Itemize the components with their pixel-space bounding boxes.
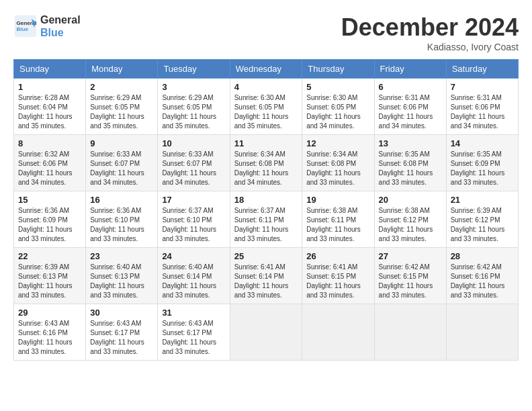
- day-number: 18: [234, 195, 298, 205]
- calendar-cell: 7Sunrise: 6:31 AM Sunset: 6:06 PM Daylig…: [446, 79, 518, 135]
- day-number: 30: [90, 308, 153, 318]
- day-number: 10: [162, 138, 225, 148]
- day-info: Sunrise: 6:35 AM Sunset: 6:09 PM Dayligh…: [451, 150, 514, 187]
- day-info: Sunrise: 6:42 AM Sunset: 6:15 PM Dayligh…: [379, 263, 442, 300]
- calendar-cell: 9Sunrise: 6:33 AM Sunset: 6:07 PM Daylig…: [86, 135, 158, 191]
- day-number: 20: [379, 195, 442, 205]
- title-block: December 2024 Kadiasso, Ivory Coast: [341, 13, 519, 52]
- day-number: 29: [18, 308, 81, 318]
- day-number: 25: [234, 251, 298, 261]
- day-number: 2: [90, 82, 153, 92]
- day-info: Sunrise: 6:31 AM Sunset: 6:06 PM Dayligh…: [379, 93, 442, 131]
- calendar-cell: 16Sunrise: 6:36 AM Sunset: 6:10 PM Dayli…: [86, 191, 158, 248]
- calendar-cell: 31Sunrise: 6:43 AM Sunset: 6:17 PM Dayli…: [158, 304, 230, 361]
- logo: General Blue General Blue: [13, 13, 81, 39]
- calendar-cell: 30Sunrise: 6:43 AM Sunset: 6:17 PM Dayli…: [86, 304, 158, 361]
- day-info: Sunrise: 6:43 AM Sunset: 6:17 PM Dayligh…: [90, 319, 153, 357]
- calendar-cell: [446, 304, 518, 361]
- day-info: Sunrise: 6:37 AM Sunset: 6:11 PM Dayligh…: [234, 206, 298, 244]
- day-info: Sunrise: 6:33 AM Sunset: 6:07 PM Dayligh…: [90, 150, 153, 187]
- day-header-monday: Monday: [86, 60, 158, 79]
- calendar-cell: [302, 304, 374, 361]
- calendar-cell: [374, 304, 446, 361]
- day-number: 22: [18, 251, 81, 261]
- svg-text:Blue: Blue: [17, 26, 29, 32]
- day-info: Sunrise: 6:31 AM Sunset: 6:06 PM Dayligh…: [451, 93, 514, 131]
- calendar-header-row: SundayMondayTuesdayWednesdayThursdayFrid…: [14, 60, 519, 79]
- day-info: Sunrise: 6:29 AM Sunset: 6:05 PM Dayligh…: [162, 93, 225, 131]
- calendar-cell: 27Sunrise: 6:42 AM Sunset: 6:15 PM Dayli…: [374, 248, 446, 304]
- calendar-cell: 29Sunrise: 6:43 AM Sunset: 6:16 PM Dayli…: [14, 304, 86, 361]
- general-blue-icon: General Blue: [13, 14, 38, 38]
- month-year-title: December 2024: [341, 13, 519, 42]
- day-header-wednesday: Wednesday: [230, 60, 302, 79]
- day-info: Sunrise: 6:35 AM Sunset: 6:08 PM Dayligh…: [379, 150, 442, 187]
- calendar-cell: 13Sunrise: 6:35 AM Sunset: 6:08 PM Dayli…: [374, 135, 446, 191]
- day-number: 23: [90, 251, 153, 261]
- day-info: Sunrise: 6:42 AM Sunset: 6:16 PM Dayligh…: [451, 263, 514, 300]
- calendar-cell: 14Sunrise: 6:35 AM Sunset: 6:09 PM Dayli…: [446, 135, 518, 191]
- calendar-cell: 21Sunrise: 6:39 AM Sunset: 6:12 PM Dayli…: [446, 191, 518, 248]
- day-header-friday: Friday: [374, 60, 446, 79]
- day-info: Sunrise: 6:39 AM Sunset: 6:13 PM Dayligh…: [18, 263, 81, 300]
- calendar-cell: 1Sunrise: 6:28 AM Sunset: 6:04 PM Daylig…: [14, 79, 86, 135]
- day-number: 7: [451, 82, 514, 92]
- calendar-cell: 11Sunrise: 6:34 AM Sunset: 6:08 PM Dayli…: [230, 135, 302, 191]
- day-number: 5: [306, 82, 369, 92]
- calendar-cell: 5Sunrise: 6:30 AM Sunset: 6:05 PM Daylig…: [302, 79, 374, 135]
- day-number: 26: [306, 251, 369, 261]
- day-header-thursday: Thursday: [302, 60, 374, 79]
- day-header-saturday: Saturday: [446, 60, 518, 79]
- day-info: Sunrise: 6:30 AM Sunset: 6:05 PM Dayligh…: [234, 93, 298, 131]
- calendar-week-5: 29Sunrise: 6:43 AM Sunset: 6:16 PM Dayli…: [14, 304, 519, 361]
- calendar-cell: 23Sunrise: 6:40 AM Sunset: 6:13 PM Dayli…: [86, 248, 158, 304]
- day-number: 8: [18, 138, 81, 148]
- day-number: 13: [379, 138, 442, 148]
- day-info: Sunrise: 6:40 AM Sunset: 6:13 PM Dayligh…: [90, 263, 153, 300]
- day-info: Sunrise: 6:40 AM Sunset: 6:14 PM Dayligh…: [162, 263, 225, 300]
- day-number: 6: [379, 82, 442, 92]
- day-info: Sunrise: 6:38 AM Sunset: 6:11 PM Dayligh…: [306, 206, 369, 244]
- day-info: Sunrise: 6:43 AM Sunset: 6:17 PM Dayligh…: [162, 319, 225, 357]
- day-number: 31: [162, 308, 225, 318]
- logo-line1: General: [40, 13, 81, 26]
- day-number: 3: [162, 82, 225, 92]
- day-info: Sunrise: 6:39 AM Sunset: 6:12 PM Dayligh…: [451, 206, 514, 244]
- calendar-week-1: 1Sunrise: 6:28 AM Sunset: 6:04 PM Daylig…: [14, 79, 519, 135]
- calendar-cell: 25Sunrise: 6:41 AM Sunset: 6:14 PM Dayli…: [230, 248, 302, 304]
- calendar-cell: 20Sunrise: 6:38 AM Sunset: 6:12 PM Dayli…: [374, 191, 446, 248]
- calendar-cell: 2Sunrise: 6:29 AM Sunset: 6:05 PM Daylig…: [86, 79, 158, 135]
- calendar-cell: 12Sunrise: 6:34 AM Sunset: 6:08 PM Dayli…: [302, 135, 374, 191]
- day-number: 4: [234, 82, 298, 92]
- day-info: Sunrise: 6:29 AM Sunset: 6:05 PM Dayligh…: [90, 93, 153, 131]
- calendar-cell: 15Sunrise: 6:36 AM Sunset: 6:09 PM Dayli…: [14, 191, 86, 248]
- day-header-tuesday: Tuesday: [158, 60, 230, 79]
- calendar-cell: 6Sunrise: 6:31 AM Sunset: 6:06 PM Daylig…: [374, 79, 446, 135]
- day-number: 28: [451, 251, 514, 261]
- day-info: Sunrise: 6:41 AM Sunset: 6:14 PM Dayligh…: [234, 263, 298, 300]
- day-info: Sunrise: 6:36 AM Sunset: 6:09 PM Dayligh…: [18, 206, 81, 244]
- day-number: 24: [162, 251, 225, 261]
- day-header-sunday: Sunday: [14, 60, 86, 79]
- day-number: 14: [451, 138, 514, 148]
- calendar-table: SundayMondayTuesdayWednesdayThursdayFrid…: [13, 59, 519, 361]
- calendar-cell: 24Sunrise: 6:40 AM Sunset: 6:14 PM Dayli…: [158, 248, 230, 304]
- calendar-cell: 22Sunrise: 6:39 AM Sunset: 6:13 PM Dayli…: [14, 248, 86, 304]
- calendar-week-3: 15Sunrise: 6:36 AM Sunset: 6:09 PM Dayli…: [14, 191, 519, 248]
- day-number: 21: [451, 195, 514, 205]
- day-info: Sunrise: 6:38 AM Sunset: 6:12 PM Dayligh…: [379, 206, 442, 244]
- day-info: Sunrise: 6:43 AM Sunset: 6:16 PM Dayligh…: [18, 319, 81, 357]
- day-info: Sunrise: 6:37 AM Sunset: 6:10 PM Dayligh…: [162, 206, 225, 244]
- logo-line2: Blue: [40, 26, 81, 39]
- day-info: Sunrise: 6:34 AM Sunset: 6:08 PM Dayligh…: [306, 150, 369, 187]
- calendar-cell: 8Sunrise: 6:32 AM Sunset: 6:06 PM Daylig…: [14, 135, 86, 191]
- day-number: 1: [18, 82, 81, 92]
- page-header: General Blue General Blue December 2024 …: [13, 13, 519, 52]
- day-number: 19: [306, 195, 369, 205]
- calendar-week-4: 22Sunrise: 6:39 AM Sunset: 6:13 PM Dayli…: [14, 248, 519, 304]
- location-subtitle: Kadiasso, Ivory Coast: [341, 42, 519, 52]
- day-number: 27: [379, 251, 442, 261]
- day-number: 11: [234, 138, 298, 148]
- day-info: Sunrise: 6:34 AM Sunset: 6:08 PM Dayligh…: [234, 150, 298, 187]
- calendar-cell: 18Sunrise: 6:37 AM Sunset: 6:11 PM Dayli…: [230, 191, 302, 248]
